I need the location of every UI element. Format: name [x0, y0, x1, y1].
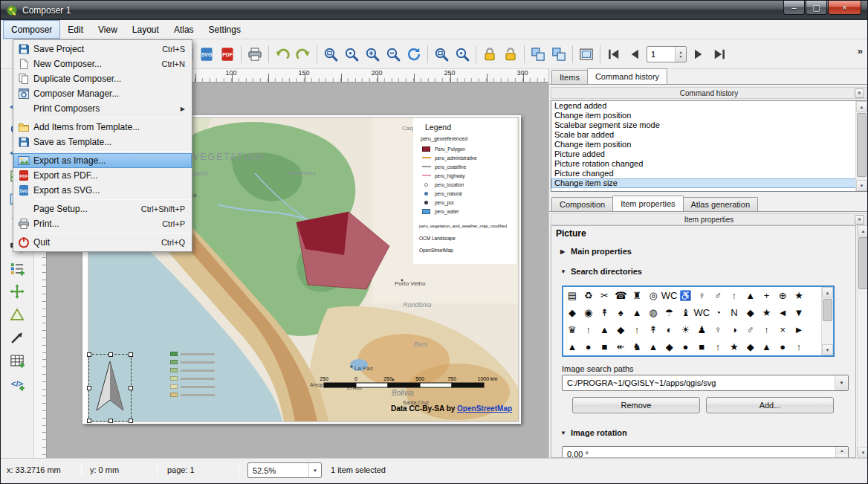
history-row[interactable]: Picture rotation changed	[551, 159, 867, 169]
command-history-list[interactable]: Legend added Change item position Scaleb…	[551, 100, 868, 192]
tab-atlas-generation[interactable]: Atlas generation	[683, 197, 759, 211]
menu-save-project[interactable]: Save Project Ctrl+S	[13, 42, 192, 57]
export-pdf-button[interactable]	[217, 44, 238, 65]
scroll-down-icon[interactable]: ▼	[822, 344, 833, 355]
add-basic-shape-button[interactable]	[7, 306, 27, 323]
rotation-spinbox[interactable]: 0.00 ° ▲▼	[562, 446, 849, 458]
scroll-thumb[interactable]	[823, 299, 832, 321]
atlas-page-spinbox[interactable]: 1 ▲▼	[647, 46, 687, 62]
scroll-down-icon[interactable]: ▼	[856, 180, 867, 191]
selection-handle[interactable]	[87, 352, 91, 357]
lock-items-button[interactable]	[479, 44, 500, 65]
svg-grid-scrollbar[interactable]: ▲ ▼	[821, 287, 833, 355]
menu-view[interactable]: View	[91, 20, 125, 39]
add-attribute-table-button[interactable]	[7, 352, 27, 370]
history-row[interactable]: Picture changed	[551, 169, 867, 178]
unlock-items-button[interactable]	[500, 44, 521, 65]
properties-scrollbar[interactable]: ▲ ▼	[857, 225, 868, 458]
menu-add-items-from-template[interactable]: Add Items from Template...	[13, 120, 192, 135]
menu-duplicate-composer[interactable]: Duplicate Composer...	[13, 71, 192, 86]
undo-button[interactable]	[272, 44, 293, 65]
menu-page-setup[interactable]: Page Setup... Ctrl+Shift+P	[13, 201, 192, 216]
atlas-last-button[interactable]	[709, 44, 730, 65]
menu-export-as-pdf[interactable]: Export as PDF...	[13, 168, 192, 183]
menu-composer-manager[interactable]: Composer Manager...	[13, 86, 192, 101]
menu-print-composers[interactable]: Print Composers ▶	[13, 101, 192, 116]
selection-handle[interactable]	[129, 386, 133, 390]
section-image-rotation[interactable]: ▼ Image rotation	[560, 428, 627, 437]
tab-command-history[interactable]: Command history	[587, 68, 667, 84]
title-bar[interactable]: Composer 1 – ▢ ×	[1, 1, 867, 20]
history-row[interactable]: Scale bar added	[551, 130, 867, 140]
scroll-thumb[interactable]	[858, 237, 868, 289]
zoom-actual-button[interactable]	[341, 44, 362, 65]
selection-handle[interactable]	[129, 352, 133, 357]
search-path-combo[interactable]: C:/PROGRA~1/QGISLY~1/apps/qgis/svg ▼	[562, 375, 849, 391]
history-scrollbar[interactable]: ▲ ▼	[855, 101, 867, 191]
spin-arrows[interactable]: ▲▼	[675, 47, 686, 62]
minimize-button[interactable]: –	[783, 1, 805, 15]
close-icon[interactable]: ×	[855, 215, 864, 225]
add-arrow-button[interactable]	[7, 329, 27, 346]
svg-preview-grid[interactable]: ▤♻✂☎♜◎WC♿♀♂↑▲+⊕★◆◉↟♠▲◍☂♝WC◔N◆★◄▼♛↑▲◆↑↟◐☀…	[562, 285, 835, 357]
selection-handle[interactable]	[87, 386, 91, 390]
selection-handle[interactable]	[108, 419, 113, 423]
selection-handle[interactable]	[129, 419, 133, 423]
toolbar-overflow-chevron[interactable]: »	[858, 45, 863, 57]
atlas-previous-button[interactable]	[624, 44, 645, 65]
spin-arrows[interactable]: ▲▼	[835, 447, 848, 458]
history-row-selected[interactable]: Change item size	[551, 178, 867, 188]
menu-save-as-template[interactable]: Save as Template...	[13, 135, 192, 149]
history-row[interactable]: Legend added	[551, 101, 867, 111]
north-arrow-picture-item[interactable]	[88, 354, 132, 422]
scroll-thumb[interactable]	[857, 113, 867, 177]
tab-item-properties[interactable]: Item properties	[612, 196, 683, 211]
section-search-directories[interactable]: ▼ Search directories	[560, 267, 642, 276]
menu-export-as-image[interactable]: Export as Image...	[13, 153, 192, 168]
menu-print[interactable]: Print... Ctrl+P	[13, 216, 192, 231]
close-icon[interactable]: ×	[855, 88, 864, 98]
selection-handle[interactable]	[87, 419, 91, 423]
group-items-button[interactable]	[528, 44, 548, 65]
zoom-level-combo[interactable]: 52.5% ▼	[247, 462, 322, 478]
ungroup-items-button[interactable]	[548, 44, 569, 65]
attribution-link[interactable]: OpenStreetMap	[457, 404, 512, 413]
zoom-to-selection-button[interactable]	[431, 44, 452, 65]
menu-new-composer[interactable]: New Composer... Ctrl+N	[13, 57, 192, 71]
history-row[interactable]: Change item position	[551, 111, 867, 120]
menu-composer[interactable]: Composer	[3, 20, 60, 39]
history-row[interactable]: Change item position	[551, 140, 867, 149]
tab-composition[interactable]: Composition	[551, 197, 613, 211]
selection-handle[interactable]	[108, 352, 113, 357]
add-legend-button[interactable]	[7, 259, 27, 277]
attribution-label[interactable]: Data CC-By-SA by OpenStreetMap	[391, 404, 512, 413]
atlas-next-button[interactable]	[688, 44, 709, 65]
add-html-frame-button[interactable]	[7, 375, 27, 393]
zoom-out-button[interactable]	[383, 44, 404, 65]
maximize-button[interactable]: ▢	[806, 1, 827, 15]
history-row[interactable]: Picture added	[551, 149, 867, 159]
menu-settings[interactable]: Settings	[201, 20, 248, 39]
svg-symbols[interactable]: ▤♻✂☎♜◎WC♿♀♂↑▲+⊕★◆◉↟♠▲◍☂♝WC◔N◆★◄▼♛↑▲◆↑↟◐☀…	[564, 287, 821, 355]
print-button[interactable]	[244, 44, 265, 65]
move-content-button[interactable]	[7, 283, 27, 300]
remove-button[interactable]: Remove	[572, 397, 700, 413]
menu-layout[interactable]: Layout	[125, 20, 166, 39]
scroll-up-icon[interactable]: ▲	[822, 287, 833, 298]
section-main-properties[interactable]: ▶ Main properties	[560, 247, 632, 256]
redo-button[interactable]	[293, 44, 314, 65]
menu-quit[interactable]: Quit Ctrl+Q	[13, 235, 192, 250]
scroll-up-icon[interactable]: ▲	[856, 101, 867, 112]
history-row[interactable]: Scalebar segment size mode	[551, 120, 867, 130]
tab-items[interactable]: Items	[551, 70, 588, 84]
menu-export-as-svg[interactable]: Export as SVG...	[13, 183, 192, 198]
atlas-first-button[interactable]	[603, 44, 624, 65]
atlas-preview-button[interactable]	[576, 44, 597, 65]
menu-edit[interactable]: Edit	[60, 20, 91, 39]
add-button[interactable]: Add...	[706, 397, 834, 413]
legend-item[interactable]: Legend peru_georeferenced Peru_Polygon p…	[413, 118, 516, 264]
zoom-last-button[interactable]	[452, 44, 473, 65]
zoom-in-button[interactable]	[362, 44, 383, 65]
export-svg-button[interactable]	[196, 44, 217, 65]
scroll-down-icon[interactable]: ▼	[858, 447, 868, 458]
